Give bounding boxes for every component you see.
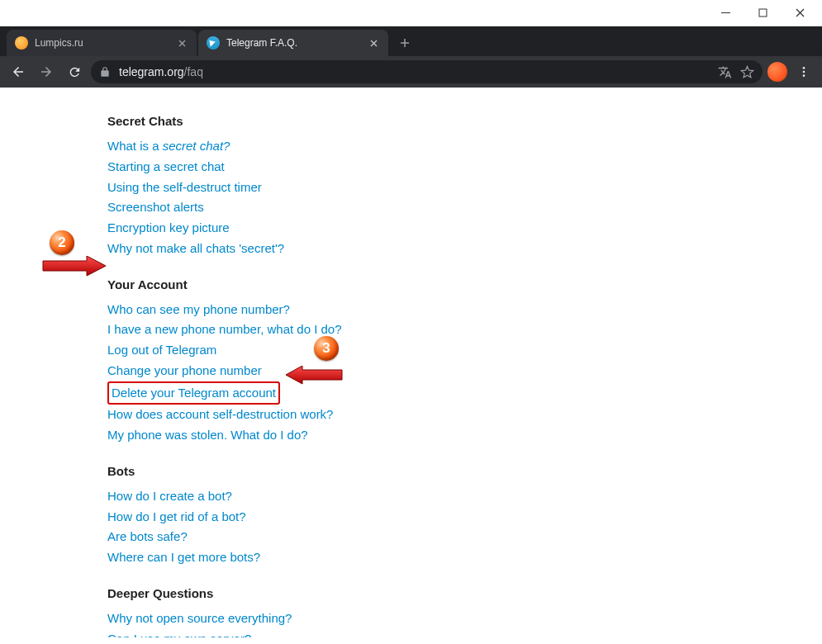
section-secret-chats: Secret Chats What is a secret chat? Star… bbox=[107, 114, 797, 259]
faq-link[interactable]: Why not make all chats 'secret'? bbox=[107, 239, 284, 259]
tab-title: Telegram F.A.Q. bbox=[226, 37, 360, 49]
favicon-icon bbox=[207, 36, 220, 50]
browser-toolbar: telegram.org/faq bbox=[0, 56, 822, 88]
svg-rect-1 bbox=[759, 9, 767, 17]
browser-tab-telegram-faq[interactable]: Telegram F.A.Q. bbox=[198, 30, 388, 56]
annotation-arrow-icon bbox=[286, 366, 344, 387]
url-text: telegram.org/faq bbox=[119, 65, 203, 78]
window-minimize-button[interactable] bbox=[707, 1, 744, 26]
bookmark-star-icon[interactable] bbox=[740, 65, 754, 79]
svg-point-11 bbox=[803, 71, 805, 73]
faq-link[interactable]: How do I get rid of a bot? bbox=[107, 507, 246, 528]
annotation-arrow-icon bbox=[41, 256, 107, 281]
lock-icon bbox=[99, 66, 111, 78]
svg-point-10 bbox=[803, 67, 805, 69]
faq-link[interactable]: Starting a secret chat bbox=[107, 157, 225, 178]
browser-tab-strip: Lumpics.ru Telegram F.A.Q. bbox=[0, 26, 822, 56]
faq-link[interactable]: Where can I get more bots? bbox=[107, 547, 260, 568]
svg-point-12 bbox=[803, 74, 805, 77]
faq-link[interactable]: Using the self-destruct timer bbox=[107, 178, 262, 198]
back-button[interactable] bbox=[7, 60, 30, 83]
faq-link[interactable]: Why not open source everything? bbox=[107, 608, 292, 629]
annotation-marker-3: 3 bbox=[314, 336, 339, 361]
section-heading: Secret Chats bbox=[107, 114, 797, 128]
window-close-button[interactable] bbox=[782, 1, 819, 26]
highlighted-link-box: Delete your Telegram account bbox=[107, 381, 280, 405]
address-bar[interactable]: telegram.org/faq bbox=[91, 60, 763, 83]
close-icon[interactable] bbox=[175, 36, 188, 50]
faq-link[interactable]: How do I create a bot? bbox=[107, 486, 232, 507]
browser-tab-lumpics[interactable]: Lumpics.ru bbox=[7, 30, 197, 56]
faq-link[interactable]: Log out of Telegram bbox=[107, 340, 216, 361]
faq-link[interactable]: Encryption key picture bbox=[107, 218, 230, 239]
faq-link[interactable]: Screenshot alerts bbox=[107, 197, 204, 218]
section-deeper-questions: Deeper Questions Why not open source eve… bbox=[107, 586, 797, 637]
faq-link[interactable]: Who can see my phone number? bbox=[107, 300, 290, 320]
tab-title: Lumpics.ru bbox=[35, 37, 169, 49]
section-heading: Bots bbox=[107, 464, 797, 478]
svg-marker-14 bbox=[286, 366, 342, 384]
browser-menu-button[interactable] bbox=[792, 60, 815, 83]
window-maximize-button[interactable] bbox=[744, 1, 782, 26]
translate-icon[interactable] bbox=[718, 65, 732, 79]
faq-link[interactable]: What is a secret chat? bbox=[107, 136, 230, 157]
reload-button[interactable] bbox=[63, 60, 86, 83]
faq-link-delete-account[interactable]: Delete your Telegram account bbox=[112, 386, 276, 400]
faq-link[interactable]: Are bots safe? bbox=[107, 527, 188, 547]
faq-link[interactable]: I have a new phone number, what do I do? bbox=[107, 320, 342, 340]
favicon-icon bbox=[15, 36, 28, 50]
faq-link[interactable]: Change your phone number bbox=[107, 361, 262, 381]
section-heading: Your Account bbox=[107, 277, 797, 291]
section-bots: Bots How do I create a bot? How do I get… bbox=[107, 464, 797, 568]
faq-link-partial[interactable]: Can I use my own server? bbox=[107, 632, 251, 638]
profile-avatar[interactable] bbox=[767, 62, 787, 82]
annotation-marker-2: 2 bbox=[50, 230, 74, 255]
faq-page-content: Secret Chats What is a secret chat? Star… bbox=[25, 88, 797, 637]
section-your-account: Your Account Who can see my phone number… bbox=[107, 277, 797, 446]
svg-marker-13 bbox=[43, 256, 106, 276]
faq-link[interactable]: My phone was stolen. What do I do? bbox=[107, 425, 308, 446]
faq-link[interactable]: How does account self-destruction work? bbox=[107, 405, 333, 425]
page-viewport: Secret Chats What is a secret chat? Star… bbox=[25, 88, 797, 637]
forward-button[interactable] bbox=[35, 60, 58, 83]
section-heading: Deeper Questions bbox=[107, 586, 797, 600]
window-titlebar bbox=[0, 0, 822, 26]
new-tab-button[interactable] bbox=[393, 31, 416, 54]
close-icon[interactable] bbox=[367, 36, 380, 50]
